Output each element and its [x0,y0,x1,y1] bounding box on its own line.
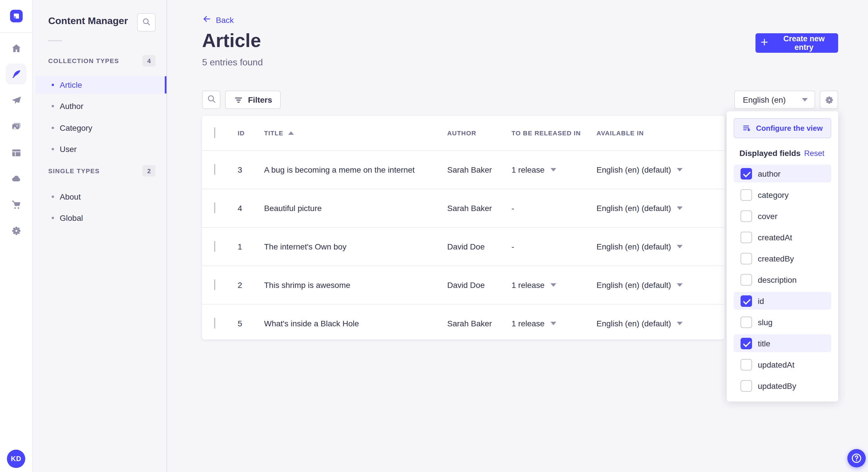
home-icon[interactable] [6,38,26,59]
app-window: KD Content Manager COLLECTION TYPES 4 Ar… [0,0,868,472]
field-toggle-updatedBy[interactable]: updatedBy [734,377,831,395]
column-header-available-in[interactable]: AVAILABLE IN [596,130,724,136]
sidebar-item-author[interactable]: Author [36,98,166,115]
filters-label: Filters [248,95,272,104]
bullet-icon [52,127,54,129]
content-manager-feather-icon[interactable] [6,64,26,84]
field-label: slug [758,317,772,327]
cell-available-in[interactable]: English (en) (default) [596,280,724,290]
user-avatar[interactable]: KD [7,450,25,468]
field-checkbox[interactable] [741,274,752,285]
row-checkbox[interactable] [214,164,215,175]
field-checkbox[interactable] [741,316,752,328]
table-row[interactable]: 4 Beautiful picture Sarah Baker - Englis… [202,189,724,227]
table-search-button[interactable] [202,91,220,109]
sidebar-item-global[interactable]: Global [36,209,166,227]
configure-the-view-button[interactable]: Configure the view [734,118,831,138]
row-checkbox[interactable] [214,318,215,329]
cell-author: David Doe [447,242,512,251]
field-toggle-createdBy[interactable]: createdBy [734,249,831,267]
field-checkbox[interactable] [741,231,752,243]
configure-button-label: Configure the view [756,124,823,133]
row-checkbox[interactable] [214,279,215,290]
cell-author: Sarah Baker [447,319,512,328]
locale-select[interactable]: English (en) [734,91,815,109]
cell-available-in[interactable]: English (en) (default) [596,319,724,328]
media-library-icon[interactable] [6,116,26,136]
field-toggle-createdAt[interactable]: createdAt [734,228,831,246]
create-new-entry-button[interactable]: Create new entry [755,33,838,53]
field-checkbox[interactable] [741,168,752,179]
help-button[interactable] [847,449,866,467]
field-label: cover [758,211,777,221]
field-toggle-category[interactable]: category [734,186,831,204]
search-icon [206,94,216,105]
field-label: description [758,275,797,284]
field-checkbox[interactable] [741,295,752,307]
reset-link[interactable]: Reset [804,149,825,158]
sidebar-item-article[interactable]: Article [36,76,166,94]
cell-id: 3 [238,165,264,174]
sidebar-item-label: Category [60,123,92,133]
create-button-label: Create new entry [774,34,834,52]
column-header-to-be-released-in[interactable]: TO BE RELEASED IN [512,130,596,136]
table-row[interactable]: 3 A bug is becoming a meme on the intern… [202,150,724,189]
sidebar-item-label: User [60,144,76,154]
cell-available-in[interactable]: English (en) (default) [596,242,724,251]
sidebar-item-label: Global [60,213,83,223]
row-checkbox[interactable] [214,241,215,252]
field-toggle-updatedAt[interactable]: updatedAt [734,356,831,373]
subnav-title: Content Manager [48,15,128,27]
field-toggle-cover[interactable]: cover [734,207,831,225]
filters-button[interactable]: Filters [225,91,281,109]
field-checkbox[interactable] [741,210,752,222]
cell-id: 5 [238,319,264,328]
sidebar-item-category[interactable]: Category [36,119,166,136]
view-settings-gear-button[interactable] [820,91,838,109]
cell-author: Sarah Baker [447,204,512,213]
column-header-author[interactable]: AUTHOR [447,130,512,136]
table-row[interactable]: 1 The internet's Own boy David Doe - Eng… [202,227,724,266]
field-toggle-title[interactable]: title [734,334,831,352]
sidebar-item-user[interactable]: User [36,140,166,158]
field-toggle-author[interactable]: author [734,165,831,182]
sidebar-item-about[interactable]: About [36,188,166,205]
bullet-icon [52,196,54,198]
back-link[interactable]: Back [202,14,234,25]
field-checkbox[interactable] [741,252,752,264]
sidebar-item-label: Article [60,80,82,90]
column-header-id[interactable]: ID [238,130,264,136]
search-icon [142,17,151,28]
cell-to-be-released-in[interactable]: 1 release [512,165,596,174]
cell-to-be-released-in[interactable]: 1 release [512,280,596,290]
entries-table: ID TITLE AUTHOR TO BE RELEASED IN AVAILA… [202,116,724,339]
page-title: Article [202,30,261,52]
strapi-logo-icon[interactable] [10,10,23,22]
cell-to-be-released-in[interactable]: 1 release [512,319,596,328]
field-checkbox[interactable] [741,189,752,200]
marketplace-cart-icon[interactable] [6,194,26,215]
field-checkbox[interactable] [741,338,752,349]
field-checkbox[interactable] [741,380,752,392]
sort-by-title-button[interactable]: TITLE [264,130,293,136]
field-toggle-description[interactable]: description [734,271,831,289]
chevron-down-icon [550,322,556,325]
field-toggle-slug[interactable]: slug [734,313,831,331]
settings-gear-icon[interactable] [6,220,26,241]
filter-icon [234,95,243,105]
table-row[interactable]: 5 What's inside a Black Hole Sarah Baker… [202,304,724,342]
cell-available-in[interactable]: English (en) (default) [596,165,724,174]
select-all-checkbox[interactable] [214,127,215,138]
field-toggle-id[interactable]: id [734,292,831,310]
field-checkbox[interactable] [741,359,752,370]
row-checkbox[interactable] [214,202,215,213]
cell-available-in[interactable]: English (en) (default) [596,204,724,213]
table-row[interactable]: 2 This shrimp is awesome David Doe 1 rel… [202,266,724,304]
paper-plane-icon[interactable] [6,90,26,111]
chevron-down-icon [550,283,556,287]
layout-builder-icon[interactable] [6,142,26,163]
cloud-icon[interactable] [6,168,26,189]
cell-title: What's inside a Black Hole [264,319,447,328]
displayed-fields-header: Displayed fields Reset [734,147,831,159]
subnav-search-button[interactable] [137,13,156,32]
